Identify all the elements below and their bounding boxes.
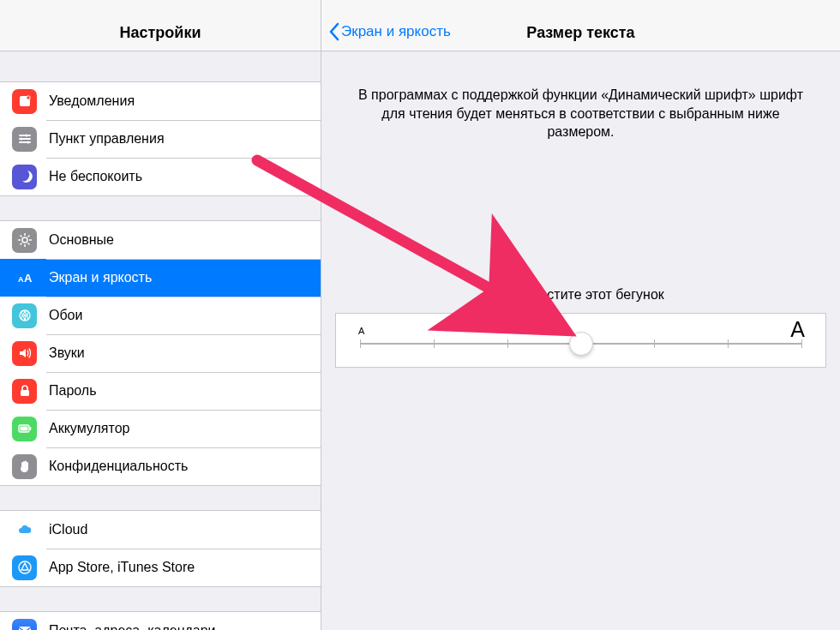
battery-settings-icon [12, 417, 37, 441]
slider-prompt: Переместите этот бегунок [321, 287, 840, 303]
sidebar-item-privacy[interactable]: Конфиденциальность [0, 447, 321, 485]
text-size-icon: AA [12, 266, 37, 291]
mail-icon [12, 619, 37, 631]
sidebar-item-icloud[interactable]: iCloud [0, 511, 321, 549]
sidebar-item-dnd[interactable]: Не беспокоить [0, 158, 321, 195]
slider-thumb[interactable] [569, 332, 593, 356]
svg-point-9 [22, 237, 27, 243]
sidebar-item-label: Экран и яркость [49, 270, 152, 285]
detail-pane: Экран и яркость Размер текста В программ… [321, 0, 840, 630]
sidebar-item-label: Обои [49, 308, 82, 323]
sidebar-item-wallpaper[interactable]: Обои [0, 297, 321, 334]
appstore-icon [12, 555, 37, 580]
sidebar-item-label: App Store, iTunes Store [49, 560, 195, 575]
cloud-icon [12, 518, 37, 543]
sidebar-group: Уведомления Пункт управления Не беспокои… [0, 81, 321, 196]
svg-rect-19 [20, 427, 27, 431]
svg-point-7 [20, 137, 22, 140]
hand-icon [12, 454, 37, 479]
sidebar-item-label: Почта, адреса, календари [49, 623, 216, 630]
slider-max-label: A [790, 317, 805, 342]
svg-rect-16 [21, 390, 29, 396]
moon-icon [12, 165, 37, 189]
sidebar-item-battery[interactable]: Аккумулятор [0, 410, 321, 447]
sidebar-item-label: iCloud [49, 522, 87, 537]
sidebar-item-sounds[interactable]: Звуки [0, 334, 321, 372]
text-size-slider-card: A A [335, 313, 826, 368]
svg-rect-18 [29, 427, 31, 430]
sidebar-item-display[interactable]: AA Экран и яркость [0, 259, 321, 297]
sidebar-item-label: Звуки [49, 345, 85, 361]
sidebar-item-appstore[interactable]: App Store, iTunes Store [0, 549, 321, 586]
sidebar-group: iCloud App Store, iTunes Store [0, 510, 321, 587]
speaker-icon [12, 341, 37, 366]
sidebar-item-label: Основные [49, 232, 114, 248]
gear-icon [12, 228, 37, 253]
sidebar-group: Основные AA Экран и яркость Обои Звуки П… [0, 220, 321, 486]
wallpaper-icon [12, 303, 37, 328]
notifications-icon [12, 89, 37, 114]
sidebar-navbar: Настройки [0, 0, 321, 51]
detail-navbar: Экран и яркость Размер текста [321, 0, 840, 51]
svg-text:A: A [24, 272, 33, 285]
sidebar-item-mail[interactable]: Почта, адреса, календари [0, 612, 321, 630]
sidebar-item-general[interactable]: Основные [0, 221, 321, 259]
svg-point-13 [23, 315, 26, 317]
sidebar-item-label: Пункт управления [49, 131, 165, 147]
control-center-icon [12, 127, 37, 152]
sidebar-item-label: Аккумулятор [49, 421, 129, 436]
svg-point-5 [26, 96, 29, 99]
sidebar-item-control-center[interactable]: Пункт управления [0, 120, 321, 158]
sidebar-group: Почта, адреса, календари [0, 611, 321, 630]
sidebar-title: Настройки [0, 24, 321, 42]
sidebar-item-passcode[interactable]: Пароль [0, 372, 321, 410]
svg-point-8 [27, 141, 29, 143]
lock-icon [12, 379, 37, 404]
sidebar-item-label: Конфиденциальность [49, 459, 188, 474]
dynamic-type-description: В программах с поддержкой функции «Динам… [321, 51, 840, 141]
settings-sidebar: Настройки Уведомления Пункт управления Н… [0, 0, 321, 630]
sidebar-item-label: Пароль [49, 383, 97, 399]
sidebar-item-label: Не беспокоить [49, 169, 142, 184]
svg-text:A: A [18, 275, 24, 284]
slider-min-label: A [358, 326, 364, 336]
svg-point-6 [25, 134, 27, 136]
text-size-slider[interactable] [360, 343, 801, 345]
detail-title: Размер текста [321, 24, 840, 42]
sidebar-item-notifications[interactable]: Уведомления [0, 82, 321, 120]
sidebar-item-label: Уведомления [49, 93, 135, 109]
